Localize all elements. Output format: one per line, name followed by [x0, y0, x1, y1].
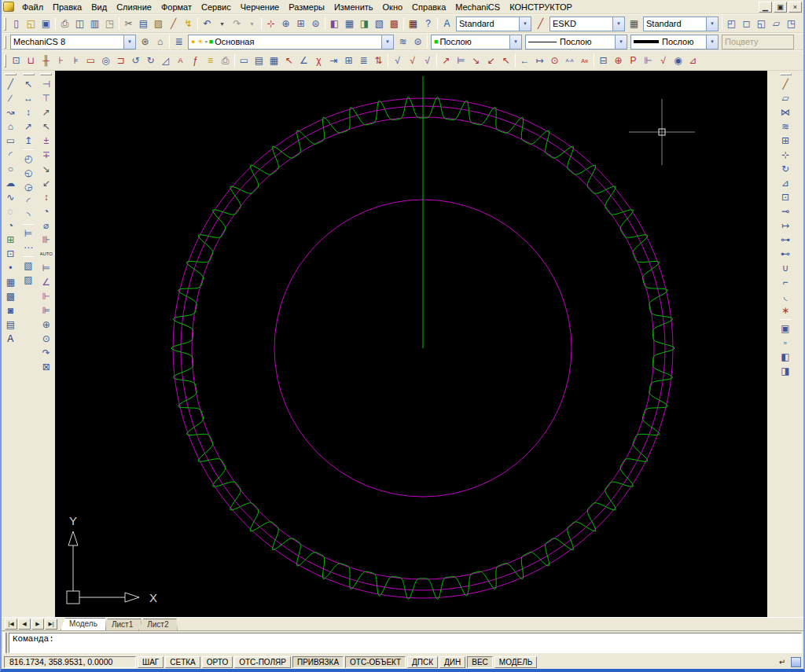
size-arrow-icon[interactable]: ⊩ — [39, 289, 53, 303]
workspace-dropdown-arrow[interactable]: ▼ — [123, 35, 135, 49]
position-tolerance-icon[interactable]: P — [626, 53, 641, 68]
text-style-icon[interactable]: A — [439, 17, 454, 31]
break-icon[interactable]: ⊷ — [778, 247, 792, 261]
tab-next-button[interactable]: ▶ — [31, 619, 44, 630]
menu-format[interactable]: Формат — [156, 2, 197, 13]
bring-to-front-icon[interactable]: ▣ — [778, 321, 792, 336]
jogged-dimension-icon[interactable]: ◝ — [21, 208, 35, 222]
layer-states-icon[interactable]: ⊜ — [410, 35, 425, 49]
layer-combo[interactable]: ● ☀ ▪ ■ Основная ▼ — [188, 35, 394, 50]
roughness-removal-icon[interactable]: √ — [405, 53, 420, 68]
copy-icon[interactable]: ▤ — [136, 17, 151, 31]
viewport-restore-icon[interactable]: ◱ — [754, 17, 769, 31]
block-editor-icon[interactable]: ↯ — [181, 17, 196, 31]
size-ne-icon[interactable]: ↗ — [39, 105, 53, 119]
circle-icon[interactable]: ○ — [3, 162, 17, 176]
status-model-space-button[interactable]: МОДЕЛЬ — [494, 656, 537, 668]
app-icon[interactable] — [3, 2, 14, 12]
menu-file[interactable]: Файл — [17, 2, 48, 13]
bring-above-icon[interactable]: ◧ — [778, 350, 792, 364]
menu-edit[interactable]: Правка — [48, 2, 86, 13]
hole-side-icon[interactable]: ↻ — [143, 53, 158, 68]
linetype-combo[interactable]: Послою ▼ — [525, 35, 627, 50]
view-manager-icon[interactable]: ▱ — [769, 17, 784, 31]
match-properties-icon[interactable]: ╱ — [166, 17, 181, 31]
minimize-button[interactable]: ▁ — [759, 2, 772, 13]
join-icon[interactable]: ∪ — [778, 261, 792, 275]
line-icon[interactable]: ╱ — [3, 77, 17, 91]
vertical-dimension-icon[interactable]: ↕ — [21, 105, 35, 119]
datum-leader-2-icon[interactable]: ↙ — [483, 53, 498, 68]
view-arrow-left-icon[interactable]: ← — [517, 53, 532, 68]
tab-last-button[interactable]: ▶| — [45, 619, 57, 630]
erase-icon[interactable]: ╱ — [778, 77, 792, 91]
roughness-basic-icon[interactable]: √ — [390, 53, 405, 68]
help-icon[interactable]: ? — [421, 17, 436, 31]
etransmit-icon[interactable]: ◳ — [102, 17, 117, 31]
toolbar-grip[interactable] — [4, 17, 6, 31]
clean-screen-icon[interactable]: ◳ — [784, 17, 799, 31]
table-style-combo[interactable]: Standard ▼ — [643, 17, 719, 31]
fastener-icon[interactable]: ⊔ — [24, 53, 39, 68]
undo-icon[interactable]: ↶ — [200, 17, 215, 31]
make-block-icon[interactable]: ⊡ — [3, 247, 17, 261]
menu-window[interactable]: Окно — [378, 2, 408, 13]
formula-icon[interactable]: ƒ — [188, 53, 203, 68]
array-icon[interactable]: ⊞ — [778, 134, 792, 148]
polygon-icon[interactable]: ⌂ — [3, 119, 17, 134]
undo-list-icon[interactable]: ▾ — [215, 17, 230, 31]
menu-constructor[interactable]: КОНСТРУКТОР — [505, 2, 577, 13]
plot-icon[interactable]: ⎙ — [57, 17, 72, 31]
continue-dimension-icon[interactable]: ⋯ — [21, 241, 35, 255]
command-grip[interactable] — [3, 633, 7, 653]
size-vertical-icon[interactable]: ⊤ — [39, 91, 53, 105]
size-radius-icon[interactable]: ◔ — [39, 204, 53, 218]
section-symbol-icon[interactable]: ⊙ — [547, 53, 562, 68]
toolbar-grip[interactable] — [4, 54, 6, 68]
text-icon[interactable]: A — [3, 332, 17, 346]
menu-dimensions[interactable]: Размеры — [284, 2, 329, 13]
screen-form-icon[interactable]: ▭ — [237, 53, 252, 68]
command-prompt[interactable]: Команда: — [13, 634, 798, 644]
mechanics-standards-icon[interactable]: ⌂ — [153, 35, 167, 49]
baseline-dimension-icon[interactable]: ⊨ — [21, 226, 35, 241]
hatch-icon[interactable]: ▦ — [3, 275, 17, 289]
status-polar-button[interactable]: ОТС-ПОЛЯР — [234, 656, 291, 668]
tab-list1[interactable]: Лист1 — [103, 619, 142, 630]
toolbar-grip[interactable] — [780, 73, 792, 75]
radius-dimension-icon[interactable]: ◵ — [21, 166, 35, 180]
zoom-previous-icon[interactable]: ⊜ — [308, 17, 323, 31]
text-style-dropdown-arrow[interactable]: ▼ — [519, 17, 531, 31]
sort-icon[interactable]: ⇅ — [371, 53, 386, 68]
section-aa-icon[interactable]: A-A — [562, 53, 577, 68]
template-doc-icon[interactable]: A — [173, 53, 188, 68]
size-pick-1-icon[interactable]: ↘ — [39, 162, 53, 176]
tray-arrow-icon[interactable]: ↵ — [776, 656, 788, 668]
mirror-icon[interactable]: ⋈ — [778, 105, 792, 119]
chamfer-icon[interactable]: ⌐ — [778, 275, 792, 289]
layer-on-icon[interactable]: ● — [191, 39, 195, 46]
stretch-icon[interactable]: ⊡ — [778, 190, 792, 204]
angular-dimension-icon[interactable]: ◶ — [21, 180, 35, 194]
size-plus-tol-icon[interactable]: ± — [39, 134, 53, 148]
send-to-back-icon[interactable]: ▫ — [778, 336, 792, 350]
dim-style-dropdown-arrow[interactable]: ▼ — [612, 17, 624, 31]
publish-icon[interactable]: ▥ — [87, 17, 102, 31]
properties-palette-icon[interactable]: ◧ — [327, 17, 342, 31]
status-dyn-button[interactable]: ДИН — [439, 656, 465, 668]
size-angular-icon[interactable]: ∠ — [39, 275, 53, 289]
coordinates-readout[interactable]: 816.1734, 358.9531, 0.0000 — [4, 656, 136, 668]
status-snap-button[interactable]: ШАГ — [138, 656, 164, 668]
viewport-max-icon[interactable]: ◻ — [739, 17, 754, 31]
open-file-icon[interactable]: ◱ — [24, 17, 39, 31]
size-diameter-icon[interactable]: ⌀ — [39, 218, 53, 233]
revision-cloud-icon[interactable]: ☁ — [3, 176, 17, 190]
datum-leader-1-icon[interactable]: ↘ — [469, 53, 483, 68]
arc-length-dimension-icon[interactable]: ◜ — [21, 194, 35, 208]
status-ortho-button[interactable]: ОРТО — [202, 656, 233, 668]
mechanics-settings-icon[interactable]: ⊛ — [138, 35, 153, 49]
menu-merge[interactable]: Слияние — [112, 2, 156, 13]
color-dropdown-arrow[interactable]: ▼ — [509, 35, 521, 49]
taper-icon[interactable]: ⊿ — [686, 53, 700, 68]
polyline-icon[interactable]: ↝ — [3, 105, 17, 119]
